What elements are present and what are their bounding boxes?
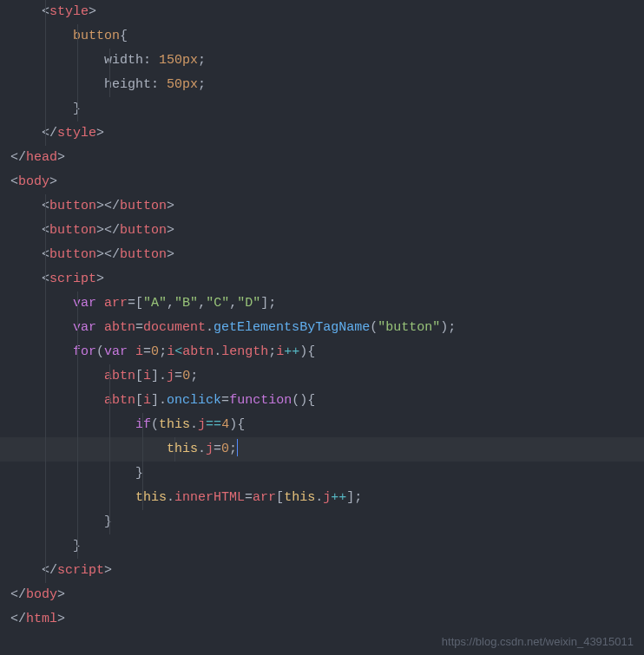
code-line[interactable]: for(var i=0;i<abtn.length;i++){	[0, 340, 644, 364]
code-line[interactable]: var arr=["A","B","C","D"];	[0, 291, 644, 316]
code-line[interactable]: button{	[0, 24, 644, 49]
code-line[interactable]: <body>	[0, 170, 644, 194]
code-line[interactable]: }	[0, 97, 644, 121]
code-line[interactable]: <button></button>	[0, 219, 644, 243]
code-line[interactable]: height: 50px;	[0, 73, 644, 97]
code-line[interactable]: this.j=0;	[0, 437, 644, 462]
code-line[interactable]: if(this.j==4){	[0, 413, 644, 437]
code-line[interactable]: </head>	[0, 146, 644, 170]
code-line[interactable]: </script>	[0, 559, 644, 583]
code-line[interactable]: </body>	[0, 583, 644, 607]
code-line[interactable]: <script>	[0, 267, 644, 291]
code-line[interactable]: }	[0, 510, 644, 534]
code-line[interactable]: </html>	[0, 607, 644, 632]
code-line[interactable]: this.innerHTML=arr[this.j++];	[0, 486, 644, 510]
code-line[interactable]: width: 150px;	[0, 49, 644, 73]
watermark-text: https://blog.csdn.net/weixin_43915011	[442, 635, 634, 648]
code-line[interactable]: <button></button>	[0, 194, 644, 219]
code-line[interactable]: }	[0, 462, 644, 486]
cursor	[237, 439, 238, 456]
code-line[interactable]: abtn[i].onclick=function(){	[0, 389, 644, 413]
code-line[interactable]: <button></button>	[0, 243, 644, 267]
code-line[interactable]: }	[0, 534, 644, 559]
code-line[interactable]: <style>	[0, 0, 644, 24]
code-line[interactable]: abtn[i].j=0;	[0, 364, 644, 389]
code-line[interactable]: var abtn=document.getElementsByTagName("…	[0, 316, 644, 340]
code-editor[interactable]: <style> button{ width: 150px; height: 50…	[0, 0, 644, 632]
code-line[interactable]: </style>	[0, 121, 644, 146]
